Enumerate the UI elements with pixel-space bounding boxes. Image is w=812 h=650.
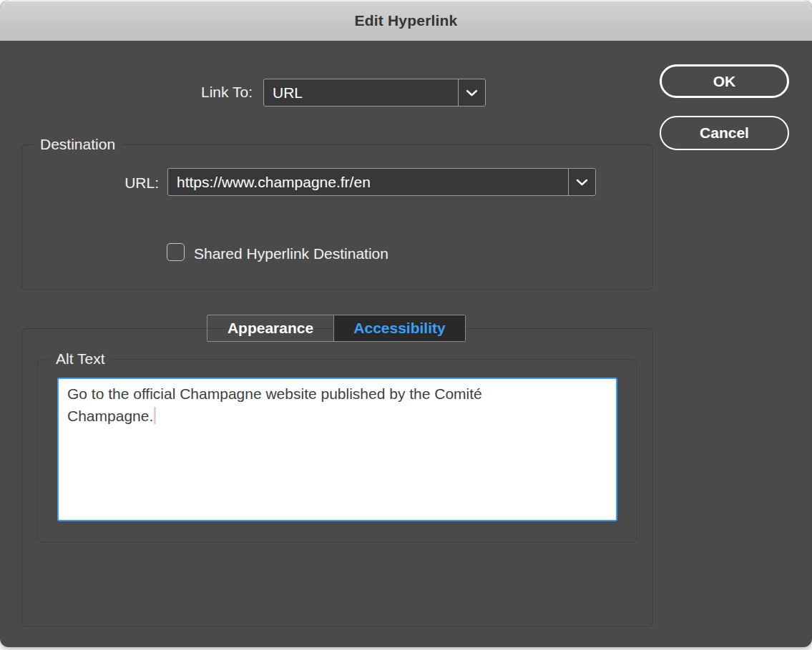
chevron-down-icon — [466, 87, 478, 99]
dialog-titlebar: Edit Hyperlink — [0, 0, 812, 41]
cancel-button[interactable]: Cancel — [660, 116, 789, 150]
url-dropdown-button[interactable] — [568, 169, 595, 195]
ok-button-label: OK — [713, 73, 736, 90]
hyperlink-tabs: Appearance Accessibility — [207, 315, 466, 342]
alt-text-group-legend: Alt Text — [49, 350, 111, 368]
dialog-title: Edit Hyperlink — [355, 12, 458, 29]
ok-button[interactable]: OK — [660, 64, 789, 98]
url-value[interactable]: https://www.champagne.fr/en — [168, 169, 568, 195]
alt-text-line: Champagne. — [67, 405, 607, 427]
destination-group: Destination — [21, 135, 653, 290]
shared-hyperlink-label[interactable]: Shared Hyperlink Destination — [194, 245, 388, 262]
alt-text-input[interactable]: Go to the official Champagne website pub… — [57, 378, 617, 521]
url-label: URL: — [64, 174, 159, 192]
tab-accessibility[interactable]: Accessibility — [333, 315, 465, 341]
edit-hyperlink-dialog: Edit Hyperlink Link To: URL OK Cancel De… — [0, 0, 812, 647]
link-to-label: Link To: — [129, 84, 253, 101]
text-caret — [154, 407, 156, 424]
alt-text-line: Go to the official Champagne website pub… — [67, 383, 607, 405]
destination-group-legend: Destination — [34, 135, 122, 154]
link-to-value: URL — [264, 79, 458, 106]
chevron-down-icon — [576, 176, 588, 189]
tab-appearance[interactable]: Appearance — [207, 315, 333, 341]
link-to-dropdown-button[interactable] — [458, 79, 485, 106]
url-combobox[interactable]: https://www.champagne.fr/en — [167, 168, 596, 196]
link-to-dropdown[interactable]: URL — [263, 79, 486, 107]
cancel-button-label: Cancel — [700, 124, 749, 142]
screenshot-stage: Edit Hyperlink Link To: URL OK Cancel De… — [0, 0, 812, 650]
shared-hyperlink-checkbox[interactable] — [167, 243, 185, 261]
